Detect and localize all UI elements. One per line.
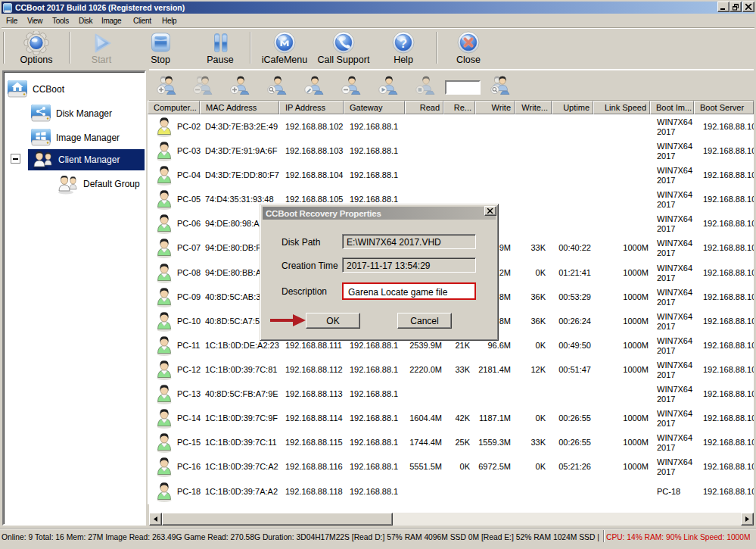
svg-text:?: ? (400, 36, 407, 51)
